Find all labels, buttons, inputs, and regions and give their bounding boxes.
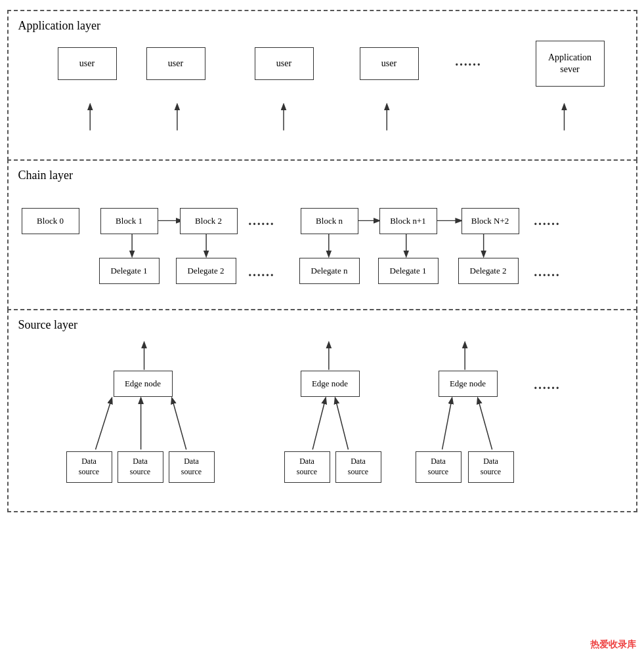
chain-layer-label: Chain layer xyxy=(18,169,626,182)
chain-layer: Chain layer xyxy=(7,159,637,310)
delegate-2a: Delegate 2 xyxy=(176,258,236,284)
datasource-group-3b: Data source xyxy=(468,451,514,483)
datasource-group-3: Data source xyxy=(416,451,462,483)
watermark: 热爱收录库 xyxy=(590,639,636,651)
application-layer: Application layer user user xyxy=(7,10,637,161)
delegate-n: Delegate n xyxy=(299,258,360,284)
delegate-1a: Delegate 1 xyxy=(99,258,160,284)
svg-line-22 xyxy=(477,398,492,449)
datasource-group-2: Data source xyxy=(284,451,330,483)
svg-line-16 xyxy=(95,398,112,449)
user-box-2: user xyxy=(146,47,205,80)
delegate-2b: Delegate 2 xyxy=(458,258,519,284)
svg-line-20 xyxy=(335,398,348,449)
svg-line-21 xyxy=(442,398,452,449)
chain-dots-1: …… xyxy=(248,213,274,228)
source-layer: Source layer xyxy=(7,309,637,512)
application-layer-label: Application layer xyxy=(18,19,626,33)
edge-node-3: Edge node xyxy=(439,371,498,397)
user-box-4: user xyxy=(360,47,419,80)
chain-del-dots-2: …… xyxy=(534,264,560,279)
datasource-group-2b: Data source xyxy=(335,451,381,483)
edge-node-2: Edge node xyxy=(301,371,360,397)
block-n2: Block N+2 xyxy=(462,208,519,234)
chain-dots-2: …… xyxy=(534,213,560,228)
block-n1: Block n+1 xyxy=(379,208,437,234)
block-2: Block 2 xyxy=(180,208,238,234)
source-layer-label: Source layer xyxy=(18,318,626,332)
svg-line-19 xyxy=(312,398,326,449)
svg-line-18 xyxy=(171,398,186,449)
delegate-1b: Delegate 1 xyxy=(378,258,439,284)
block-1: Block 1 xyxy=(100,208,158,234)
app-layer-dots: …… xyxy=(455,54,481,69)
block-0: Block 0 xyxy=(22,208,79,234)
user-box-1: user xyxy=(58,47,117,80)
diagram-container: Application layer user user xyxy=(7,10,637,512)
datasource-group-1: Data source Data source Data source xyxy=(66,451,215,483)
source-dots: …… xyxy=(534,377,560,392)
user-box-3: user xyxy=(255,47,314,80)
block-n: Block n xyxy=(301,208,358,234)
chain-del-dots-1: …… xyxy=(248,264,274,279)
edge-node-1: Edge node xyxy=(114,371,173,397)
app-server-box: Application sever xyxy=(536,41,605,87)
